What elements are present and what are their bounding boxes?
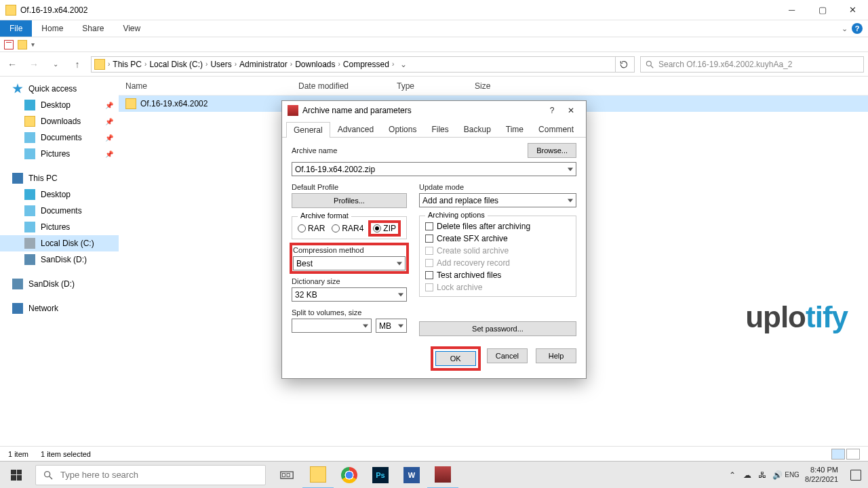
cancel-button[interactable]: Cancel xyxy=(487,348,528,363)
help-icon[interactable]: ? xyxy=(852,23,863,34)
breadcrumb-segment[interactable]: Users xyxy=(210,60,231,69)
tray-onedrive-icon[interactable]: ☁ xyxy=(740,462,755,489)
recent-locations-button[interactable]: ⌄ xyxy=(47,56,64,73)
split-unit-select[interactable]: MB xyxy=(376,319,407,333)
taskbar-word[interactable]: W xyxy=(396,462,427,489)
up-button[interactable]: ↑ xyxy=(69,56,85,73)
minimize-button[interactable]: ─ xyxy=(776,0,807,20)
dictionary-size-select[interactable]: 32 KB xyxy=(292,287,407,302)
check-test[interactable]: Test archived files xyxy=(425,270,570,280)
sidebar-item-downloads[interactable]: Downloads📌 xyxy=(0,113,119,129)
breadcrumb-segment[interactable]: Local Disk (C:) xyxy=(149,60,203,69)
pictures-icon xyxy=(24,222,35,232)
sidebar-item-local-disk-c[interactable]: Local Disk (C:) xyxy=(0,235,119,251)
sidebar-item-desktop[interactable]: Desktop📌 xyxy=(0,97,119,113)
tray-volume-icon[interactable]: 🔊 xyxy=(770,462,785,489)
check-sfx[interactable]: Create SFX archive xyxy=(425,234,570,243)
column-name[interactable]: Name xyxy=(119,81,292,91)
tab-comment[interactable]: Comment xyxy=(531,121,581,137)
status-bar: 1 item 1 item selected xyxy=(0,446,868,461)
breadcrumb-segment[interactable]: Administrator xyxy=(239,60,288,69)
browse-button[interactable]: Browse... xyxy=(528,143,576,158)
sidebar-quick-access[interactable]: Quick access xyxy=(0,81,119,97)
tray-language-icon[interactable]: ENG xyxy=(785,462,800,489)
dialog-titlebar[interactable]: Archive name and parameters ? ✕ xyxy=(282,101,586,120)
tab-backup[interactable]: Backup xyxy=(456,121,498,137)
tray-network-icon[interactable]: 🖧 xyxy=(755,462,770,489)
folder-icon xyxy=(125,98,136,109)
sidebar-network[interactable]: Network xyxy=(0,300,119,317)
action-center-button[interactable] xyxy=(844,462,868,489)
desktop-icon xyxy=(24,100,35,110)
taskbar-explorer[interactable] xyxy=(302,462,334,489)
sidebar-item-documents-pc[interactable]: Documents xyxy=(0,203,119,219)
tray-chevron-up-icon[interactable]: ⌃ xyxy=(725,462,740,489)
taskbar-clock[interactable]: 8:40 PM 8/22/2021 xyxy=(800,466,844,483)
view-details-button[interactable] xyxy=(831,449,845,460)
tab-files[interactable]: Files xyxy=(424,121,456,137)
help-button[interactable]: Help xyxy=(536,348,576,363)
taskbar-search[interactable]: Type here to search xyxy=(35,465,266,485)
properties-icon[interactable] xyxy=(4,40,14,49)
sidebar-item-pictures-pc[interactable]: Pictures xyxy=(0,219,119,235)
pin-icon: 📌 xyxy=(105,134,113,142)
sidebar-this-pc[interactable]: This PC xyxy=(0,170,119,186)
maximize-button[interactable]: ▢ xyxy=(807,0,837,20)
column-date[interactable]: Date modified xyxy=(292,81,390,91)
refresh-button[interactable] xyxy=(615,56,631,73)
radio-zip[interactable]: ZIP xyxy=(370,222,399,235)
new-folder-icon[interactable] xyxy=(18,40,27,49)
sidebar-item-documents[interactable]: Documents📌 xyxy=(0,129,119,146)
compression-method-select[interactable]: Best xyxy=(293,256,406,270)
column-type[interactable]: Type xyxy=(390,81,468,91)
breadcrumb-segment[interactable]: Compressed xyxy=(343,60,389,69)
sidebar-item-sandisk-d[interactable]: SanDisk (D:) xyxy=(0,251,119,268)
taskbar-chrome[interactable] xyxy=(334,462,365,489)
usb-icon xyxy=(12,279,23,289)
dialog-close-button[interactable]: ✕ xyxy=(561,102,580,119)
taskbar-photoshop[interactable]: Ps xyxy=(365,462,396,489)
column-size[interactable]: Size xyxy=(468,81,536,91)
update-mode-select[interactable]: Add and replace files xyxy=(419,193,576,207)
sidebar-item-desktop-pc[interactable]: Desktop xyxy=(0,186,119,203)
archiving-options-label: Archiving options xyxy=(425,211,488,219)
taskbar-winrar[interactable] xyxy=(427,462,458,489)
breadcrumb-segment[interactable]: Downloads xyxy=(295,60,335,69)
svg-line-3 xyxy=(50,476,52,479)
archive-name-input[interactable]: Of.16-19.x64.2002.zip xyxy=(292,162,576,176)
ok-button[interactable]: OK xyxy=(435,351,476,366)
dialog-help-button[interactable]: ? xyxy=(542,102,561,119)
task-view-button[interactable] xyxy=(271,462,302,489)
split-size-input[interactable] xyxy=(292,319,372,333)
back-button[interactable]: ← xyxy=(4,56,20,73)
profiles-button[interactable]: Profiles... xyxy=(292,193,407,208)
check-delete-after[interactable]: Delete files after archiving xyxy=(425,222,570,231)
sidebar-item-pictures[interactable]: Pictures📌 xyxy=(0,146,119,162)
breadcrumb[interactable]: › This PC › Local Disk (C:) › Users › Ad… xyxy=(91,56,635,73)
column-headers[interactable]: Name Date modified Type Size xyxy=(119,77,868,96)
close-button[interactable]: ✕ xyxy=(837,0,868,20)
tab-advanced[interactable]: Advanced xyxy=(330,121,381,137)
breadcrumb-dropdown[interactable]: ⌄ xyxy=(397,60,410,69)
pc-icon xyxy=(12,173,23,184)
start-button[interactable] xyxy=(0,462,33,489)
radio-rar4[interactable]: RAR4 xyxy=(332,222,363,235)
tab-share[interactable]: Share xyxy=(73,20,113,37)
ribbon-chevron-icon[interactable]: ⌄ xyxy=(842,24,848,33)
tab-general[interactable]: General xyxy=(286,122,330,138)
breadcrumb-segment[interactable]: This PC xyxy=(113,60,142,69)
search-input[interactable]: Search Of.16-19.x64.2002.kuyhAa_2 xyxy=(640,56,864,73)
dialog-tabs: General Advanced Options Files Backup Ti… xyxy=(282,120,586,138)
tab-options[interactable]: Options xyxy=(381,121,424,137)
tab-file[interactable]: File xyxy=(0,20,32,37)
set-password-button[interactable]: Set password... xyxy=(419,321,576,336)
radio-rar[interactable]: RAR xyxy=(298,222,325,235)
view-large-icons-button[interactable] xyxy=(846,449,860,460)
tab-home[interactable]: Home xyxy=(32,20,73,37)
forward-button[interactable]: → xyxy=(26,56,42,73)
qat-chevron-icon[interactable]: ▾ xyxy=(31,41,35,48)
chevron-right-icon: › xyxy=(144,60,146,68)
tab-view[interactable]: View xyxy=(113,20,150,37)
tab-time[interactable]: Time xyxy=(498,121,531,137)
sidebar-sandisk[interactable]: SanDisk (D:) xyxy=(0,276,119,292)
